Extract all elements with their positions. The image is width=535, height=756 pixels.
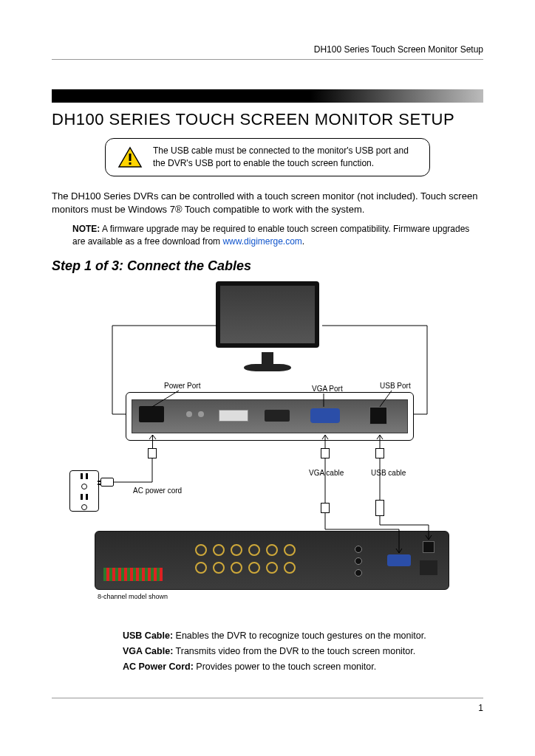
vga-connector-icon: [321, 448, 330, 458]
warning-icon: [117, 146, 143, 168]
vga-connector-icon: [321, 503, 330, 513]
warning-text: The USB cable must be connected to the m…: [153, 145, 418, 170]
step-heading: Step 1 of 3: Connect the Cables: [52, 258, 483, 274]
page-title: DH100 SERIES TOUCH SCREEN MONITOR SETUP: [52, 110, 483, 129]
audio-jack-icon: [198, 411, 204, 417]
power-port-illustration: [139, 406, 164, 422]
note-after: .: [302, 236, 304, 247]
ac-power-description: AC Power Cord: Provides power to the tou…: [123, 659, 483, 675]
cable-descriptions: USB Cable: Enables the DVR to recognize …: [52, 628, 483, 676]
dvi-port-illustration: [219, 410, 248, 422]
bnc-row: [195, 562, 296, 574]
usb-port-illustration: [369, 407, 387, 425]
vga-cable-text: Transmits video from the DVR to the touc…: [173, 646, 415, 656]
header-rule: [52, 59, 483, 60]
usb-cable-text: Enables the DVR to recognize touch gestu…: [173, 630, 426, 641]
firmware-link[interactable]: www.digimerge.com: [222, 236, 301, 247]
usb-port-label: USB Port: [380, 382, 411, 390]
dvr-ethernet-port: [420, 560, 437, 575]
vga-port-label: VGA Port: [312, 385, 343, 393]
audio-jack-icon: [355, 546, 362, 553]
monitor-illustration: [216, 281, 319, 348]
power-connector-icon: [148, 448, 157, 458]
bnc-row: [195, 544, 296, 556]
ac-power-cord-label: AC power cord: [133, 487, 182, 495]
usb-cable-label: USB cable: [371, 469, 406, 477]
model-caption: 8-channel model shown: [98, 593, 168, 600]
dvr-vga-port: [387, 554, 411, 566]
wall-outlet-illustration: [69, 470, 99, 512]
running-header: DH100 Series Touch Screen Monitor Setup: [52, 44, 483, 55]
power-plug-illustration: [100, 478, 114, 487]
svg-rect-2: [129, 162, 132, 165]
note-block: NOTE: A firmware upgrade may be required…: [52, 223, 483, 248]
dvr-usb-port: [423, 541, 435, 553]
vga-cable-description: VGA Cable: Transmits video from the DVR …: [123, 644, 483, 659]
svg-rect-1: [129, 154, 132, 161]
footer-rule: [52, 698, 483, 698]
section-bar: [52, 89, 483, 103]
vga-port-illustration: [310, 408, 340, 423]
vga-cable-label-b: VGA Cable:: [123, 646, 173, 656]
power-port-label: Power Port: [164, 382, 200, 390]
intro-paragraph: The DH100 Series DVRs can be controlled …: [52, 190, 483, 218]
warning-callout: The USB cable must be connected to the m…: [105, 138, 430, 176]
audio-jack-icon: [355, 557, 362, 565]
note-label: NOTE:: [72, 224, 100, 234]
usb-cable-description: USB Cable: Enables the DVR to recognize …: [123, 628, 483, 644]
usb-connector-icon: [375, 448, 384, 458]
audio-jack-icon: [355, 569, 362, 577]
ac-power-label: AC Power Cord:: [123, 662, 194, 672]
vga-cable-label: VGA cable: [309, 469, 344, 477]
connection-diagram: Power Port VGA Port USB Port VGA cable U…: [61, 281, 474, 621]
monitor-base: [244, 364, 291, 371]
usb-cable-label: USB Cable:: [123, 630, 173, 641]
hdmi-port-illustration: [265, 410, 290, 422]
page-number: 1: [52, 703, 483, 713]
dvr-terminal-block: [103, 568, 163, 581]
usb-plug-icon: [375, 500, 384, 516]
ac-power-text: Provides power to the touch screen monit…: [194, 662, 376, 672]
audio-jack-icon: [186, 411, 192, 417]
